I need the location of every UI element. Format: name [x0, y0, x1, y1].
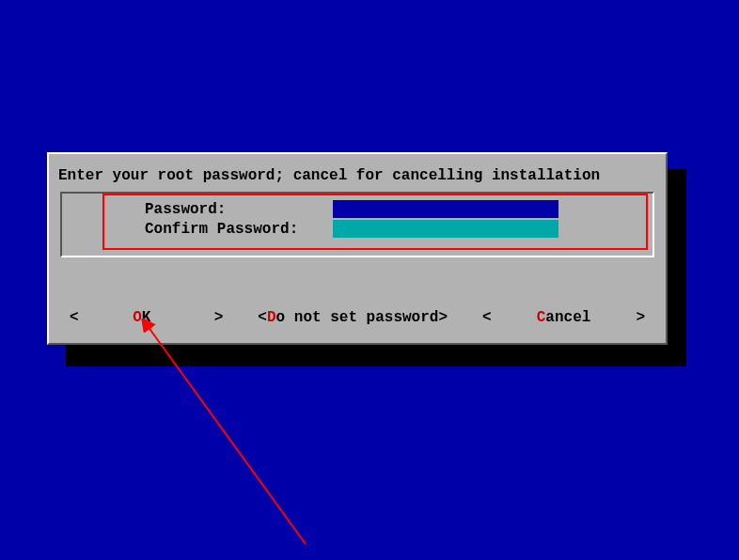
- noset-hotkey: D: [267, 309, 276, 326]
- confirm-password-label: Confirm Password:: [70, 221, 333, 238]
- root-password-dialog: Enter your root password; cancel for can…: [47, 152, 668, 345]
- confirm-password-input[interactable]: [333, 220, 558, 238]
- input-panel: Password: Confirm Password:: [60, 192, 654, 257]
- confirm-password-row: Confirm Password:: [70, 219, 645, 239]
- button-row: < OK > <Do not set password> < Cancel >: [49, 309, 666, 326]
- ok-button[interactable]: < OK >: [70, 309, 223, 326]
- cancel-button[interactable]: < Cancel >: [482, 309, 645, 326]
- dialog-title: Enter your root password; cancel for can…: [49, 154, 666, 192]
- do-not-set-password-button[interactable]: <Do not set password>: [258, 309, 448, 326]
- password-row: Password:: [70, 199, 645, 219]
- password-input[interactable]: [333, 200, 558, 218]
- password-label: Password:: [70, 201, 333, 218]
- ok-hotkey: O: [133, 309, 142, 326]
- cancel-hotkey: C: [537, 309, 546, 326]
